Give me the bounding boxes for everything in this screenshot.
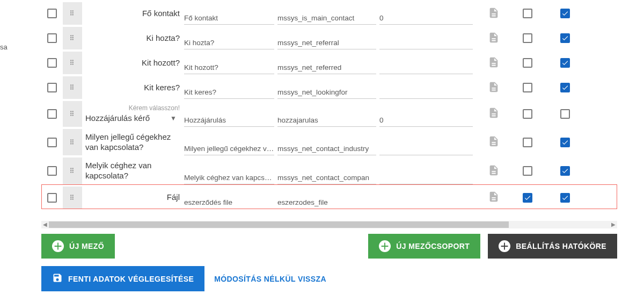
option-checkbox-2[interactable] [560,193,570,203]
plus-circle-icon [52,240,64,252]
drag-handle-icon[interactable] [68,34,77,42]
select-hint: Kérem válasszon! [129,104,180,112]
system-name-input[interactable] [277,141,376,155]
document-icon[interactable] [488,135,500,149]
svg-point-35 [72,143,74,144]
option-checkbox-2[interactable] [560,9,570,18]
document-icon[interactable] [488,107,500,120]
system-name-input[interactable] [277,195,376,209]
option-checkbox-1[interactable] [523,33,532,43]
option-checkbox-1[interactable] [523,166,532,176]
display-name-input[interactable] [184,60,274,74]
svg-point-2 [70,12,71,13]
sidebar-fragment: sa [0,43,8,51]
document-icon[interactable] [488,7,500,20]
default-value-input[interactable] [379,11,473,25]
drag-handle-icon[interactable] [68,83,77,92]
document-icon[interactable] [488,164,500,178]
system-name-input[interactable] [277,35,376,49]
default-value-input[interactable] [379,141,473,155]
scope-button[interactable]: BEÁLLÍTÁS HATÓKÖRE [488,234,617,259]
option-checkbox-1[interactable] [523,58,532,68]
display-name-input[interactable] [184,85,274,99]
option-checkbox-1[interactable] [523,138,532,147]
default-value-input[interactable] [379,195,473,209]
svg-point-34 [70,143,71,144]
option-checkbox-2[interactable] [560,166,570,176]
drag-handle-icon[interactable] [68,110,77,118]
row-select-checkbox[interactable] [47,33,57,43]
svg-point-0 [70,10,71,11]
field-type-select[interactable]: Hozzájárulás kérő▼ [85,113,180,124]
display-name-input[interactable] [184,141,274,155]
row-select-checkbox[interactable] [47,83,57,92]
option-checkbox-2[interactable] [560,83,570,92]
drag-handle-icon[interactable] [68,9,77,18]
option-checkbox-2[interactable] [560,138,570,147]
option-checkbox-2[interactable] [560,58,570,68]
row-label: Kit keres? [144,83,180,93]
option-checkbox-1[interactable] [523,109,532,119]
fields-table: Fő kontaktKi hozta?Kit hozott?Kit keres?… [33,0,626,228]
row-select-checkbox[interactable] [47,138,57,147]
default-value-input[interactable] [379,113,473,127]
svg-point-36 [70,168,71,169]
svg-point-20 [70,87,71,88]
display-name-input[interactable] [184,170,274,184]
option-checkbox-1[interactable] [523,9,532,18]
svg-point-13 [72,60,74,61]
svg-point-23 [72,88,74,89]
svg-point-40 [70,171,71,173]
display-name-input[interactable] [184,11,274,25]
svg-point-9 [72,37,74,38]
row-select-checkbox[interactable] [47,166,57,176]
system-name-input[interactable] [277,85,376,99]
svg-point-3 [72,12,74,13]
drag-handle-icon[interactable] [68,138,77,147]
svg-point-21 [72,87,74,88]
row-select-checkbox[interactable] [47,9,57,18]
row-label: Fő kontakt [142,9,180,19]
option-checkbox-1[interactable] [523,193,532,203]
svg-point-46 [70,198,71,199]
default-value-input[interactable] [379,35,473,49]
drag-handle-icon[interactable] [68,59,77,67]
new-field-label: ÚJ MEZŐ [69,242,104,250]
back-link[interactable]: MÓDOSÍTÁS NÉLKÜL VISSZA [212,268,328,290]
svg-point-4 [70,14,71,15]
row-select-checkbox[interactable] [47,109,57,119]
svg-point-22 [70,88,71,89]
display-name-input[interactable] [184,195,274,209]
document-icon[interactable] [488,81,500,95]
svg-point-10 [70,39,71,40]
system-name-input[interactable] [277,170,376,184]
drag-handle-icon[interactable] [68,194,77,202]
option-checkbox-2[interactable] [560,109,570,119]
default-value-input[interactable] [379,170,473,184]
display-name-input[interactable] [184,113,274,127]
default-value-input[interactable] [379,60,473,74]
display-name-input[interactable] [184,35,274,49]
finalize-button[interactable]: FENTI ADATOK VÉGLEGESÍTÉSE [41,266,204,291]
row-select-checkbox[interactable] [47,193,57,203]
new-field-button[interactable]: ÚJ MEZŐ [41,234,115,259]
system-name-input[interactable] [277,11,376,25]
new-group-button[interactable]: ÚJ MEZŐCSOPORT [368,234,480,259]
row-select-checkbox[interactable] [47,58,57,68]
svg-point-44 [70,197,71,198]
default-value-input[interactable] [379,85,473,99]
drag-handle-icon[interactable] [68,167,77,175]
option-checkbox-2[interactable] [560,33,570,43]
svg-point-27 [72,113,74,114]
document-icon[interactable] [488,32,500,45]
row-label: Melyik céghez van kapcsolata? [85,161,180,181]
document-icon[interactable] [488,191,500,204]
option-checkbox-1[interactable] [523,83,532,92]
row-label: Milyen jellegű cégekhez van kapcsolata? [85,132,180,153]
document-icon[interactable] [488,56,500,70]
table-row: Fő kontakt [41,0,617,25]
chevron-down-icon: ▼ [170,114,177,123]
system-name-input[interactable] [277,113,376,127]
svg-point-19 [72,84,74,85]
system-name-input[interactable] [277,60,376,74]
